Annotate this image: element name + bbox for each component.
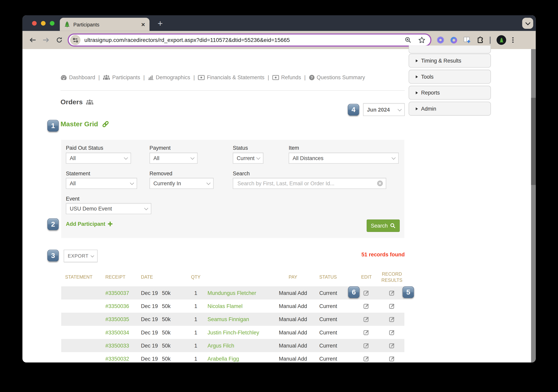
cell-date: Dec 19 <box>141 342 162 349</box>
zoom-page-icon[interactable] <box>405 36 411 43</box>
back-button[interactable] <box>28 37 38 43</box>
table-row: #3350034 Dec 19 50k 1 Justin Finch-Fletc… <box>61 326 404 339</box>
participant-link[interactable]: Mundungus Fletcher <box>208 290 256 296</box>
participant-link[interactable]: Seamus Finnigan <box>208 316 249 322</box>
sidebar-item-timing-results[interactable]: Timing & Results <box>409 54 491 68</box>
event-select[interactable]: USU Demo Event <box>66 203 151 214</box>
edit-button[interactable] <box>354 342 380 349</box>
participant-link[interactable]: Nicolas Flamel <box>208 303 243 309</box>
participant-link[interactable]: Argus Filch <box>208 342 234 349</box>
link-icon[interactable] <box>101 121 110 127</box>
participant-link[interactable]: Arabella Figg <box>208 356 239 362</box>
nav-questions-summary[interactable]: ? Questions Summary <box>309 74 365 80</box>
site-info-button[interactable] <box>70 35 80 45</box>
bar-chart-icon <box>148 75 154 80</box>
chevron-down-icon <box>398 107 401 111</box>
edit-button[interactable] <box>354 316 380 322</box>
nav-dashboard[interactable]: Dashboard <box>61 74 95 80</box>
edit-button[interactable] <box>354 329 380 335</box>
edit-button[interactable] <box>354 303 380 309</box>
record-results-button[interactable] <box>379 356 404 362</box>
col-receipt[interactable]: RECEIPT <box>103 274 141 280</box>
item-select[interactable]: All Distances <box>289 153 399 164</box>
url-bar[interactable]: ultrasignup.com/racedirectors/rd_export.… <box>68 33 431 46</box>
url-text[interactable]: ultrasignup.com/racedirectors/rd_export.… <box>85 37 290 43</box>
scrollbar-thumb[interactable] <box>531 98 536 185</box>
receipt-link[interactable]: #3350032 <box>105 356 129 362</box>
participant-link[interactable]: Justin Finch-Fletchley <box>208 329 259 335</box>
annotation-badge-1: 1 <box>47 120 59 132</box>
search-input[interactable] <box>237 180 377 187</box>
zoom-window-button[interactable] <box>50 21 54 26</box>
record-results-button[interactable] <box>379 342 404 349</box>
col-statement[interactable]: STATEMENT <box>61 274 103 280</box>
col-status[interactable]: STATUS <box>318 274 354 280</box>
nav-refunds[interactable]: Refunds <box>272 74 301 80</box>
nav-financials[interactable]: Financials & Statements <box>198 74 264 80</box>
add-participant-link[interactable]: Add Participant <box>66 221 112 227</box>
nav-participants[interactable]: Participants <box>103 74 140 80</box>
nav-label: Demographics <box>156 74 190 80</box>
record-results-button[interactable] <box>379 316 404 322</box>
minimize-window-button[interactable] <box>41 21 45 26</box>
filter-label-item: Item <box>289 145 299 151</box>
bookmark-star-icon[interactable] <box>418 36 426 43</box>
status-select[interactable]: Current <box>233 153 263 164</box>
receipt-link[interactable]: #3350034 <box>105 329 129 335</box>
record-results-button[interactable] <box>379 329 404 335</box>
col-qty[interactable]: QTY <box>184 274 208 280</box>
close-window-button[interactable] <box>32 21 36 26</box>
tab-search-button[interactable] <box>522 18 533 29</box>
browser-menu-button[interactable] <box>512 36 514 44</box>
nav-label: Financials & Statements <box>207 74 264 80</box>
page-scrollbar[interactable] <box>531 49 536 362</box>
search-button[interactable]: Search <box>367 219 400 232</box>
month-dropdown[interactable]: Jun 2024 <box>363 103 405 116</box>
statement-select[interactable]: All <box>66 178 137 189</box>
sidebar-item-tools[interactable]: Tools <box>409 70 491 84</box>
new-tab-button[interactable]: + <box>155 18 166 29</box>
tune-icon <box>72 38 78 43</box>
receipt-link[interactable]: #3350037 <box>105 290 129 296</box>
tab-participants[interactable]: Participants ✕ <box>60 18 149 31</box>
receipt-link[interactable]: #3350035 <box>105 316 129 322</box>
col-pay[interactable]: PAY <box>268 274 318 280</box>
sidebar-panel-partial[interactable] <box>409 45 491 53</box>
col-date[interactable]: DATE <box>141 274 162 280</box>
record-results-button[interactable] <box>379 290 404 296</box>
tab-close-icon[interactable]: ✕ <box>141 22 145 27</box>
forward-button[interactable] <box>41 37 51 43</box>
nav-label: Refunds <box>281 74 301 80</box>
reload-button[interactable] <box>54 36 64 43</box>
col-edit[interactable]: EDIT <box>354 274 380 280</box>
copilot-extension-icon[interactable] <box>450 36 457 44</box>
chevron-down-icon <box>525 20 530 25</box>
chevron-down-icon <box>256 156 260 160</box>
clear-search-icon[interactable] <box>377 180 383 186</box>
users-icon <box>86 99 94 105</box>
paid-out-status-select[interactable]: All <box>66 153 131 164</box>
filter-label-status: Status <box>233 145 248 151</box>
export-button[interactable]: EXPORT <box>64 250 97 262</box>
extensions-puzzle-icon[interactable] <box>477 36 484 43</box>
sidebar-item-reports[interactable]: Reports <box>409 86 491 100</box>
filter-label-removed: Removed <box>149 170 172 176</box>
search-icon <box>390 223 396 228</box>
svg-text:?: ? <box>311 75 313 79</box>
receipt-link[interactable]: #3350033 <box>105 342 129 349</box>
payment-select[interactable]: All <box>149 153 198 164</box>
record-results-button[interactable] <box>379 303 404 309</box>
caret-right-icon <box>416 59 418 62</box>
profile-avatar[interactable] <box>497 35 506 45</box>
nav-demographics[interactable]: Demographics <box>148 74 190 80</box>
sidebar-item-admin[interactable]: Admin <box>409 102 491 116</box>
new-window-extension-icon[interactable] <box>463 36 471 43</box>
tab-strip: Participants ✕ + <box>22 15 536 31</box>
caret-right-icon <box>416 75 418 78</box>
cell-distance: 50k <box>162 342 184 349</box>
edit-button[interactable] <box>354 356 380 362</box>
col-record-results[interactable]: RECORD RESULTS <box>379 272 404 283</box>
receipt-link[interactable]: #3350036 <box>105 303 129 309</box>
reading-mode-starburst-icon[interactable] <box>437 36 444 44</box>
removed-select[interactable]: Currently In <box>149 178 213 189</box>
